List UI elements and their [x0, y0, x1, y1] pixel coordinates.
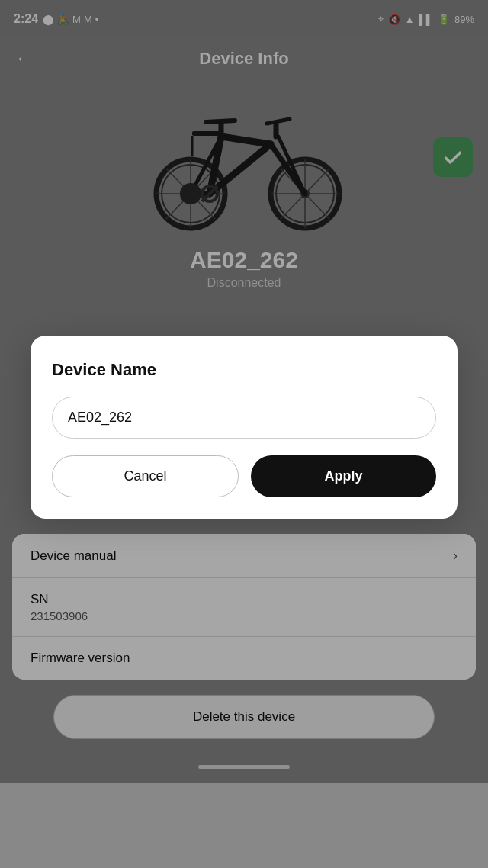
dialog-title: Device Name [52, 360, 436, 380]
dialog-overlay: Device Name Cancel Apply [0, 0, 488, 783]
apply-button[interactable]: Apply [251, 455, 436, 497]
dialog-buttons: Cancel Apply [52, 455, 436, 497]
device-name-input[interactable] [52, 397, 436, 439]
device-name-dialog: Device Name Cancel Apply [30, 336, 458, 519]
cancel-button[interactable]: Cancel [52, 455, 239, 497]
